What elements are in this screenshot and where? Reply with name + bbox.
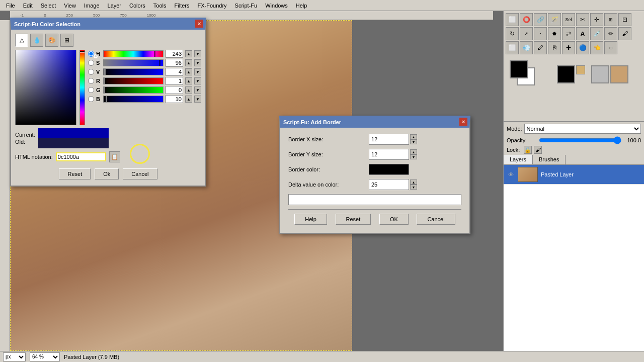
menu-tools[interactable]: Tools — [149, 2, 171, 10]
radio-b[interactable] — [88, 96, 94, 102]
old-color-swatch[interactable] — [38, 138, 109, 148]
menu-fx-foundry[interactable]: FX-Foundry — [193, 2, 230, 10]
slider-value-v[interactable] — [166, 68, 183, 76]
color-ok-button[interactable]: Ok — [95, 168, 119, 179]
border-x-input[interactable] — [369, 134, 409, 145]
slider-down-v[interactable]: ▼ — [194, 68, 201, 75]
mode-select[interactable]: Normal — [524, 124, 641, 134]
slider-value-g[interactable] — [166, 86, 183, 94]
slider-up-s[interactable]: ▲ — [185, 59, 192, 66]
tool-smudge[interactable]: 👈 — [590, 41, 603, 54]
html-notation-input[interactable] — [56, 152, 106, 161]
tool-text[interactable]: A — [576, 27, 589, 40]
color-swatch-dark[interactable] — [557, 65, 575, 83]
menu-view[interactable]: View — [60, 2, 80, 10]
lock-paint-icon[interactable]: 🖌 — [534, 146, 542, 154]
current-color-swatch[interactable] — [38, 128, 109, 138]
menu-select[interactable]: Select — [37, 2, 60, 10]
tool-move[interactable]: ✛ — [590, 13, 603, 26]
tool-convolve[interactable]: 🔵 — [576, 41, 589, 54]
slider-down-r[interactable]: ▼ — [194, 77, 201, 84]
color-swatch-gold[interactable] — [576, 65, 585, 74]
menu-windows[interactable]: Windows — [261, 2, 292, 10]
color-spectrum[interactable] — [79, 50, 85, 125]
color-tab-triangle[interactable]: △ — [15, 34, 28, 47]
menu-script-fu[interactable]: Script-Fu — [231, 2, 262, 10]
unit-select[interactable]: px — [3, 352, 26, 361]
slider-up-b[interactable]: ▲ — [185, 96, 192, 103]
tool-flip[interactable]: ⇄ — [562, 27, 575, 40]
tool-eraser[interactable]: ⬜ — [506, 41, 519, 54]
slider-track-h[interactable] — [103, 50, 164, 57]
border-y-up[interactable]: ▲ — [410, 149, 417, 154]
color-tab-pattern[interactable]: ⊞ — [60, 34, 73, 47]
delta-input[interactable] — [369, 179, 409, 190]
border-y-input[interactable] — [369, 149, 409, 160]
color-cancel-button[interactable]: Cancel — [123, 168, 157, 179]
slider-track-g[interactable] — [103, 86, 164, 94]
layer-item[interactable]: 👁 Pasted Layer — [504, 165, 644, 185]
add-border-help[interactable]: Help — [294, 214, 327, 225]
slider-track-b[interactable] — [103, 96, 164, 103]
tool-crop[interactable]: ⊡ — [618, 13, 631, 26]
radio-s[interactable] — [88, 60, 94, 66]
color-selection-close[interactable]: ✕ — [195, 20, 203, 28]
add-border-reset[interactable]: Reset — [336, 214, 371, 225]
foreground-color-swatch[interactable] — [510, 60, 528, 78]
add-border-cancel[interactable]: Cancel — [417, 214, 455, 225]
tool-rotate[interactable]: ↻ — [506, 27, 519, 40]
color-gradient[interactable] — [15, 50, 76, 125]
slider-up-r[interactable]: ▲ — [185, 77, 192, 84]
slider-down-g[interactable]: ▼ — [194, 86, 201, 94]
tool-ink[interactable]: 🖊 — [534, 41, 547, 54]
tool-rect-select[interactable]: ⬜ — [506, 13, 519, 26]
border-x-up[interactable]: ▲ — [410, 134, 417, 139]
slider-down-s[interactable]: ▼ — [194, 59, 201, 66]
border-color-swatch[interactable] — [369, 164, 409, 175]
tool-align[interactable]: ⊞ — [604, 13, 617, 26]
color-reset-button[interactable]: Reset — [59, 168, 91, 179]
tab-brushes[interactable]: Brushes — [533, 155, 566, 164]
html-copy-button[interactable]: 📋 — [109, 151, 120, 162]
slider-down-h[interactable]: ▼ — [194, 50, 201, 57]
menu-edit[interactable]: Edit — [19, 2, 37, 10]
slider-track-r[interactable] — [103, 77, 164, 84]
menu-filters[interactable]: Filters — [171, 2, 194, 10]
menu-file[interactable]: File — [2, 2, 19, 10]
add-border-close[interactable]: ✕ — [459, 118, 467, 126]
delta-up[interactable]: ▲ — [410, 179, 417, 185]
slider-up-g[interactable]: ▲ — [185, 86, 192, 94]
menu-colors[interactable]: Colors — [125, 2, 149, 10]
delta-down[interactable]: ▼ — [410, 185, 417, 190]
menu-image[interactable]: Image — [80, 2, 104, 10]
slider-value-r[interactable] — [166, 77, 183, 85]
tool-scissors[interactable]: ✂ — [576, 13, 589, 26]
radio-v[interactable] — [88, 69, 94, 75]
border-y-down[interactable]: ▼ — [410, 154, 417, 159]
tool-shear[interactable]: ⋱ — [534, 27, 547, 40]
tool-lasso[interactable]: 🔗 — [534, 13, 547, 26]
tool-fuzzy-select[interactable]: 🪄 — [548, 13, 561, 26]
color-tab-water[interactable]: 💧 — [30, 34, 43, 47]
slider-track-s[interactable] — [103, 59, 164, 66]
radio-r[interactable] — [88, 78, 94, 84]
tool-airbrush[interactable]: 💨 — [520, 41, 533, 54]
tool-pencil[interactable]: ✏ — [604, 27, 617, 40]
tool-perspective[interactable]: ⬟ — [548, 27, 561, 40]
slider-up-h[interactable]: ▲ — [185, 50, 192, 57]
color-tab-palette[interactable]: 🎨 — [45, 34, 58, 47]
tool-ellipse-select[interactable]: ⭕ — [520, 13, 533, 26]
zoom-select[interactable]: 64 % — [30, 352, 60, 361]
tool-heal[interactable]: ✚ — [562, 41, 575, 54]
tool-dodge[interactable]: ○ — [604, 41, 617, 54]
menu-layer[interactable]: Layer — [104, 2, 126, 10]
slider-down-b[interactable]: ▼ — [194, 96, 201, 103]
tool-color-select[interactable]: Sel — [562, 13, 575, 26]
add-border-ok[interactable]: OK — [379, 214, 409, 225]
slider-up-v[interactable]: ▲ — [185, 68, 192, 75]
tool-clone[interactable]: ⎘ — [548, 41, 561, 54]
tool-scale[interactable]: ⤢ — [520, 27, 533, 40]
radio-g[interactable] — [88, 87, 94, 93]
layer-visibility-icon[interactable]: 👁 — [507, 170, 515, 178]
opacity-slider[interactable] — [539, 137, 621, 144]
